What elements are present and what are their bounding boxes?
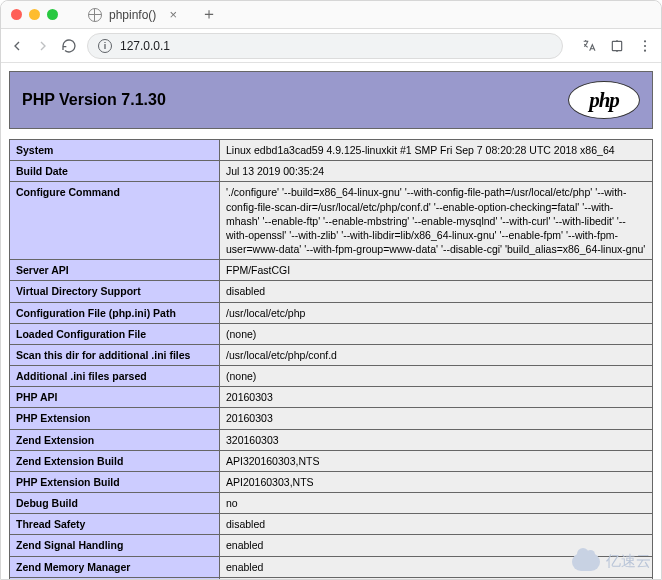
php-logo-text: php — [589, 88, 619, 113]
info-value: FPM/FastCGI — [220, 260, 653, 281]
info-key: PHP Extension Build — [10, 471, 220, 492]
table-row: Thread Safetydisabled — [10, 514, 653, 535]
forward-button[interactable] — [35, 38, 51, 54]
svg-point-2 — [644, 44, 646, 46]
window-controls — [11, 9, 58, 20]
info-key: PHP API — [10, 387, 220, 408]
site-info-icon[interactable]: i — [98, 39, 112, 53]
info-value: 20160303 — [220, 408, 653, 429]
tab-title: phpinfo() — [109, 8, 156, 22]
table-row: Zend Extension320160303 — [10, 429, 653, 450]
table-row: Virtual Directory Supportdisabled — [10, 281, 653, 302]
info-value: 20160303 — [220, 387, 653, 408]
back-button[interactable] — [9, 38, 25, 54]
table-row: SystemLinux edbd1a3cad59 4.9.125-linuxki… — [10, 140, 653, 161]
info-value: disabled — [220, 514, 653, 535]
info-key: Loaded Configuration File — [10, 323, 220, 344]
reload-button[interactable] — [61, 38, 77, 54]
info-value: Linux edbd1a3cad59 4.9.125-linuxkit #1 S… — [220, 140, 653, 161]
page-title: PHP Version 7.1.30 — [22, 91, 166, 109]
info-key: System — [10, 140, 220, 161]
info-key: Virtual Directory Support — [10, 281, 220, 302]
info-key: Scan this dir for additional .ini files — [10, 344, 220, 365]
info-value: (none) — [220, 366, 653, 387]
info-value: no — [220, 493, 653, 514]
table-row: Server APIFPM/FastCGI — [10, 260, 653, 281]
info-key: Zend Signal Handling — [10, 535, 220, 556]
extensions-icon[interactable] — [609, 38, 625, 54]
svg-point-3 — [644, 49, 646, 51]
info-value: (none) — [220, 323, 653, 344]
table-row: Configure Command'./configure' '--build=… — [10, 182, 653, 260]
phpinfo-table: SystemLinux edbd1a3cad59 4.9.125-linuxki… — [9, 139, 653, 579]
info-key: PHP Extension — [10, 408, 220, 429]
menu-icon[interactable] — [637, 38, 653, 54]
browser-tab[interactable]: phpinfo() × — [78, 1, 187, 28]
table-row: Zend Extension BuildAPI320160303,NTS — [10, 450, 653, 471]
info-key: Thread Safety — [10, 514, 220, 535]
address-bar[interactable]: i 127.0.0.1 — [87, 33, 563, 59]
table-row: PHP API20160303 — [10, 387, 653, 408]
info-key: Server API — [10, 260, 220, 281]
info-key: Configure Command — [10, 182, 220, 260]
table-row: Configuration File (php.ini) Path/usr/lo… — [10, 302, 653, 323]
info-value: /usr/local/etc/php — [220, 302, 653, 323]
table-row: Zend Multibyte Supportprovided by mbstri… — [10, 577, 653, 579]
info-value: enabled — [220, 556, 653, 577]
info-value: provided by mbstring — [220, 577, 653, 579]
globe-icon — [88, 8, 102, 22]
info-key: Debug Build — [10, 493, 220, 514]
info-key: Configuration File (php.ini) Path — [10, 302, 220, 323]
new-tab-button[interactable]: ＋ — [201, 4, 217, 25]
url-text: 127.0.0.1 — [120, 39, 170, 53]
svg-point-1 — [644, 40, 646, 42]
table-row: Debug Buildno — [10, 493, 653, 514]
svg-rect-0 — [612, 41, 621, 50]
info-key: Additional .ini files parsed — [10, 366, 220, 387]
close-tab-icon[interactable]: × — [169, 7, 177, 22]
phpinfo-header: PHP Version 7.1.30 php — [9, 71, 653, 129]
info-value: './configure' '--build=x86_64-linux-gnu'… — [220, 182, 653, 260]
table-row: Additional .ini files parsed(none) — [10, 366, 653, 387]
info-value: API320160303,NTS — [220, 450, 653, 471]
titlebar: phpinfo() × ＋ — [1, 1, 661, 29]
php-logo: php — [568, 81, 640, 119]
info-value: /usr/local/etc/php/conf.d — [220, 344, 653, 365]
minimize-window-button[interactable] — [29, 9, 40, 20]
info-value: disabled — [220, 281, 653, 302]
info-value: Jul 13 2019 00:35:24 — [220, 161, 653, 182]
info-key: Zend Multibyte Support — [10, 577, 220, 579]
maximize-window-button[interactable] — [47, 9, 58, 20]
table-row: Zend Signal Handlingenabled — [10, 535, 653, 556]
browser-toolbar: i 127.0.0.1 — [1, 29, 661, 63]
table-row: Loaded Configuration File(none) — [10, 323, 653, 344]
page-content[interactable]: PHP Version 7.1.30 php SystemLinux edbd1… — [1, 63, 661, 579]
table-row: PHP Extension BuildAPI20160303,NTS — [10, 471, 653, 492]
table-row: PHP Extension20160303 — [10, 408, 653, 429]
info-value: 320160303 — [220, 429, 653, 450]
info-key: Zend Extension Build — [10, 450, 220, 471]
info-key: Build Date — [10, 161, 220, 182]
browser-window: phpinfo() × ＋ i 127.0.0.1 — [0, 0, 662, 580]
info-key: Zend Memory Manager — [10, 556, 220, 577]
info-value: API20160303,NTS — [220, 471, 653, 492]
table-row: Scan this dir for additional .ini files/… — [10, 344, 653, 365]
translate-icon[interactable] — [581, 38, 597, 54]
info-key: Zend Extension — [10, 429, 220, 450]
info-value: enabled — [220, 535, 653, 556]
table-row: Zend Memory Managerenabled — [10, 556, 653, 577]
close-window-button[interactable] — [11, 9, 22, 20]
table-row: Build DateJul 13 2019 00:35:24 — [10, 161, 653, 182]
